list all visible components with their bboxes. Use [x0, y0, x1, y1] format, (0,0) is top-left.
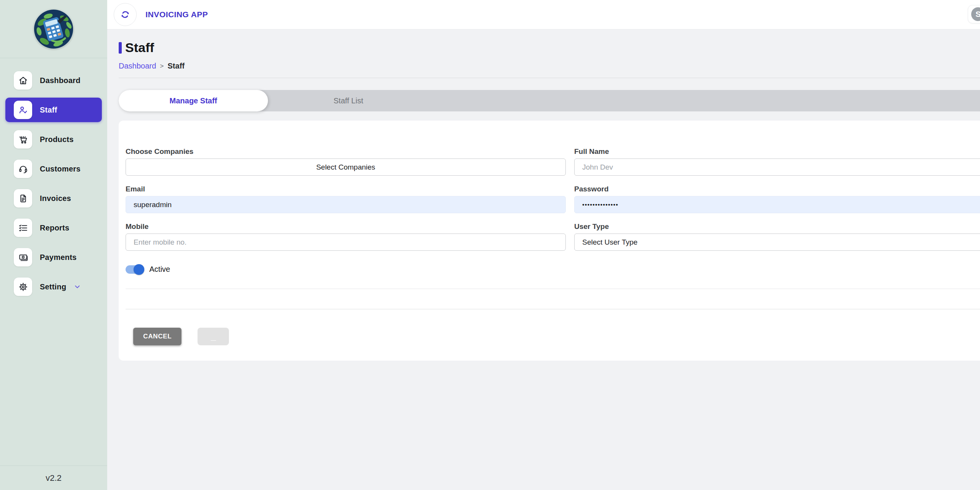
gear-icon	[14, 278, 32, 296]
sidebar-item-label: Payments	[40, 253, 77, 262]
user-type-value: Select User Type	[582, 238, 637, 247]
sidebar-item-reports[interactable]: Reports	[5, 216, 102, 240]
refresh-button[interactable]	[114, 3, 137, 26]
tab-bar: Manage Staff Staff List	[119, 90, 980, 111]
email-input[interactable]	[126, 196, 566, 213]
header-divider	[119, 78, 980, 78]
tab-label: Manage Staff	[170, 96, 217, 105]
sidebar-item-staff[interactable]: Staff	[5, 98, 102, 122]
sidebar-item-label: Setting	[40, 283, 66, 291]
password-input[interactable]	[574, 196, 980, 213]
mobile-label: Mobile	[126, 222, 566, 231]
chevron-down-icon	[73, 283, 82, 291]
password-label: Password	[574, 185, 980, 193]
sidebar-item-label: Customers	[40, 165, 80, 173]
checklist-icon	[14, 219, 32, 237]
page-content: Staff Dashboard > Staff Manage Staff Sta…	[107, 29, 980, 361]
app-brand-title: INVOICING APP	[145, 10, 208, 19]
user-avatar: S	[971, 7, 980, 21]
sidebar-item-invoices[interactable]: Invoices	[5, 186, 102, 211]
user-type-select[interactable]: Select User Type	[574, 234, 980, 251]
form-divider-top	[126, 289, 980, 289]
active-toggle-label: Active	[149, 265, 170, 274]
form-actions: CANCEL _	[126, 328, 980, 345]
full-name-field: Full Name	[574, 147, 980, 176]
sidebar-nav: Dashboard Staff Products	[0, 68, 107, 304]
sidebar-item-label: Reports	[40, 224, 69, 232]
sidebar-item-label: Dashboard	[40, 76, 80, 85]
breadcrumb-separator: >	[160, 62, 164, 70]
page-title: Staff	[125, 40, 154, 55]
cart-icon	[14, 130, 32, 149]
sidebar-item-label: Products	[40, 135, 74, 144]
user-type-label: User Type	[574, 222, 980, 231]
breadcrumb-current: Staff	[168, 62, 185, 70]
person-check-icon	[14, 101, 32, 119]
title-accent-bar	[119, 42, 122, 54]
main-area: INVOICING APP S Hi, Su Staff Dashboard >…	[107, 0, 980, 490]
cancel-button[interactable]: CANCEL	[133, 328, 181, 345]
sync-arrows-icon	[119, 9, 131, 20]
tab-manage-staff[interactable]: Manage Staff	[119, 90, 268, 111]
top-header: INVOICING APP S Hi, Su	[107, 0, 980, 29]
headset-icon	[14, 160, 32, 178]
sidebar-item-customers[interactable]: Customers	[5, 157, 102, 181]
sidebar-item-setting[interactable]: Setting	[5, 274, 102, 299]
active-toggle[interactable]	[126, 265, 143, 274]
email-label: Email	[126, 185, 566, 193]
manage-staff-form-panel: Choose Companies Full Name Email Passwor…	[119, 121, 980, 361]
sidebar-item-dashboard[interactable]: Dashboard	[5, 68, 102, 93]
sidebar-item-payments[interactable]: Payments	[5, 245, 102, 270]
home-icon	[14, 71, 32, 90]
user-menu-chip[interactable]: S Hi, Su	[968, 5, 980, 23]
mobile-field: Mobile	[126, 222, 566, 251]
choose-companies-field: Choose Companies	[126, 147, 566, 176]
tab-staff-list[interactable]: Staff List	[268, 96, 429, 105]
sidebar-item-label: Invoices	[40, 194, 71, 203]
sidebar-footer: v2.2	[0, 466, 107, 490]
toggle-knob	[134, 264, 144, 275]
choose-companies-label: Choose Companies	[126, 147, 566, 156]
submit-button[interactable]: _	[198, 328, 229, 345]
active-toggle-row: Active	[126, 265, 980, 274]
sidebar: Dashboard Staff Products	[0, 0, 107, 490]
password-field: Password	[574, 185, 980, 213]
sidebar-item-label: Staff	[40, 106, 57, 114]
choose-companies-select[interactable]	[126, 158, 566, 176]
breadcrumb: Dashboard > Staff	[119, 62, 980, 70]
app-version: v2.2	[46, 473, 62, 483]
app-logo	[0, 0, 107, 58]
user-type-field: User Type Select User Type	[574, 222, 980, 251]
invoice-file-icon	[14, 189, 32, 207]
banknote-icon	[14, 248, 32, 266]
calculator-leaves-logo-icon	[34, 9, 74, 49]
breadcrumb-link-dashboard[interactable]: Dashboard	[119, 62, 156, 70]
mobile-input[interactable]	[126, 234, 566, 251]
sidebar-item-products[interactable]: Products	[5, 127, 102, 152]
full-name-input[interactable]	[574, 158, 980, 176]
full-name-label: Full Name	[574, 147, 980, 156]
form-divider-bottom	[126, 309, 980, 309]
email-field: Email	[126, 185, 566, 213]
